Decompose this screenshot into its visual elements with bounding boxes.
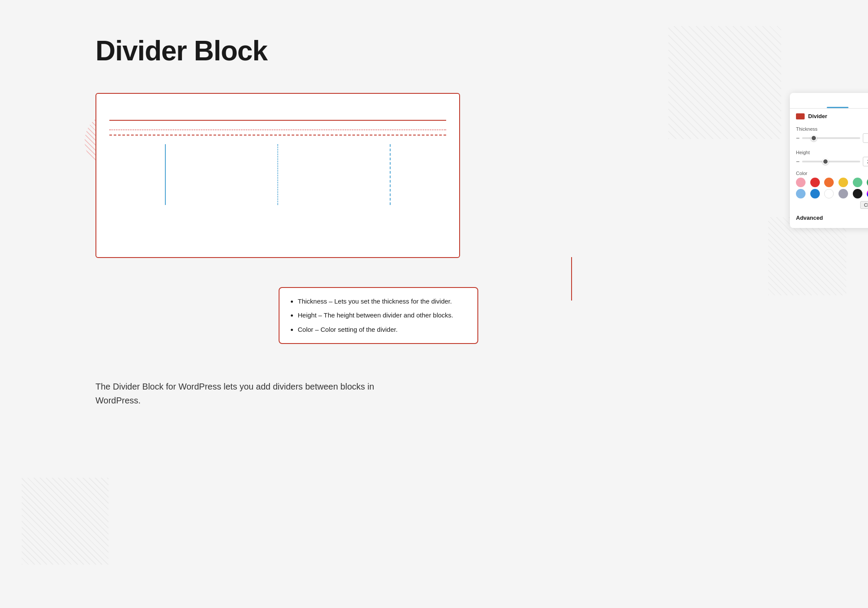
info-item-3: Color – Color setting of the divider. [298, 325, 467, 335]
color-swatch-blue[interactable] [810, 189, 820, 198]
divider-vertical-solid [165, 144, 166, 205]
block-icon [796, 113, 805, 119]
divider-vertical-dashed [390, 144, 391, 205]
thickness-label: Thickness [796, 126, 868, 132]
thickness-row: − 2 ▲ ▼ [796, 133, 868, 143]
height-minus-icon[interactable]: − [796, 159, 799, 165]
color-swatch-gray[interactable] [838, 189, 848, 198]
clear-button[interactable]: Clear [860, 201, 868, 209]
color-label: Color [790, 169, 868, 178]
color-swatch-pink[interactable] [796, 178, 806, 187]
settings-header: Divider [790, 109, 868, 122]
height-section: Height − 20 ▲ ▼ [790, 145, 868, 166]
divider-solid-horizontal [109, 120, 446, 121]
advanced-row[interactable]: Advanced ⌄ [790, 211, 868, 223]
info-box: Thickness – Lets you set the thickness f… [279, 287, 478, 344]
tab-bar [790, 93, 868, 109]
content-wrapper: Divider Block Thickness – Lets you set t… [0, 0, 868, 442]
block-container: Thickness – Lets you set the thickness f… [95, 93, 460, 258]
color-swatch-orange[interactable] [824, 178, 834, 187]
settings-panel: Divider Thickness − 2 ▲ ▼ [790, 93, 868, 228]
height-label: Height [796, 150, 868, 155]
thickness-input[interactable]: 2 ▲ ▼ [863, 133, 868, 143]
divider-dashed-horizontal [109, 135, 446, 135]
color-swatch-light-green[interactable] [853, 178, 862, 187]
connector-line [571, 257, 572, 301]
info-item-1: Thickness – Lets you set the thickness f… [298, 297, 467, 307]
color-swatch-red[interactable] [810, 178, 820, 187]
thickness-section: Thickness − 2 ▲ ▼ [790, 122, 868, 143]
footer-text: The Divider Block for WordPress lets you… [95, 380, 443, 407]
color-grid [790, 178, 868, 200]
height-input[interactable]: 20 ▲ ▼ [863, 157, 868, 166]
info-list: Thickness – Lets you set the thickness f… [290, 297, 467, 335]
color-clear-row: Clear [790, 200, 868, 211]
color-swatch-light-blue[interactable] [796, 189, 806, 198]
color-swatch-yellow[interactable] [838, 178, 848, 187]
color-swatch-black[interactable] [853, 189, 862, 198]
divider-dotted-horizontal [109, 129, 446, 130]
vertical-dividers-row [109, 144, 446, 205]
height-value: 20 [864, 159, 868, 164]
color-swatch-white[interactable] [824, 189, 834, 198]
advanced-label: Advanced [796, 215, 823, 221]
height-slider-thumb[interactable] [822, 159, 829, 165]
page-title: Divider Block [95, 35, 773, 67]
height-slider-track[interactable] [802, 161, 860, 162]
thickness-slider-track[interactable] [802, 137, 860, 139]
divider-vertical-dotted [277, 144, 278, 205]
tab-active-indicator [827, 107, 848, 108]
thickness-value: 2 [864, 135, 868, 141]
thickness-slider-thumb[interactable] [811, 135, 817, 141]
height-row: − 20 ▲ ▼ [796, 157, 868, 166]
thickness-minus-icon[interactable]: − [796, 135, 799, 141]
demo-area: Thickness – Lets you set the thickness f… [95, 93, 773, 258]
info-item-2: Height – The height between divider and … [298, 311, 467, 321]
block-label: Divider [808, 113, 827, 119]
decoration-stripe-2 [22, 478, 108, 565]
